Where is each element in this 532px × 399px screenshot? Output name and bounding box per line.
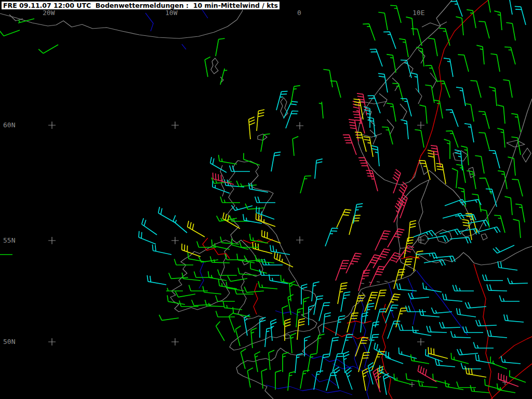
river-layer-path — [417, 271, 468, 335]
coastline-layer-path — [258, 134, 267, 140]
wind-barb — [406, 373, 424, 382]
wind-barb — [358, 157, 372, 178]
wind-barb — [382, 127, 393, 144]
wind-barb — [188, 221, 205, 237]
wind-barb — [497, 128, 505, 148]
wind-barb — [370, 49, 382, 67]
coastline-layer-path — [422, 22, 447, 27]
wind-barb — [158, 207, 175, 222]
wind-barb — [446, 110, 458, 127]
wind-barb — [255, 197, 275, 203]
wind-barb — [283, 352, 288, 372]
wind-barb — [297, 318, 305, 340]
wind-barb — [309, 305, 314, 325]
wind-barb — [512, 179, 523, 196]
wind-barb — [450, 237, 471, 244]
coastline-layer-path — [481, 234, 487, 240]
graticule-cross — [48, 122, 56, 129]
lat-label: 50N — [3, 338, 15, 345]
wind-barb — [241, 349, 246, 369]
wind-barb — [464, 104, 474, 122]
wind-barb — [457, 349, 478, 355]
river-layer-path — [199, 262, 204, 288]
wind-barb — [503, 0, 512, 15]
wind-barb — [504, 314, 524, 322]
wind-barb — [370, 267, 385, 286]
wind-barb — [236, 181, 257, 187]
wind-barb — [415, 130, 424, 148]
wind-barb — [366, 170, 378, 191]
wind-barb — [290, 333, 296, 353]
wind-barb — [497, 105, 505, 124]
wind-barb — [416, 47, 424, 66]
wind-barb — [428, 38, 437, 57]
wind-barb — [216, 38, 225, 56]
wind-barb — [470, 81, 481, 98]
wind-barb — [399, 39, 408, 57]
wind-barb — [271, 152, 281, 171]
wind-barb — [194, 272, 214, 277]
wind-barb — [250, 263, 267, 274]
wind-barb — [394, 374, 411, 384]
wind-barb — [504, 47, 515, 64]
wind-barb — [489, 151, 500, 169]
graticule-cross — [296, 236, 303, 244]
wind-barb — [363, 24, 375, 41]
wind-barb — [490, 54, 500, 72]
wind-barb — [468, 220, 489, 227]
wind-barb — [463, 327, 483, 332]
border-layer-path — [474, 264, 493, 399]
lon-label: 20W — [43, 9, 55, 17]
wind-barb — [260, 317, 265, 338]
wind-barb — [445, 380, 463, 390]
wind-barb — [473, 342, 494, 348]
wind-barb — [203, 286, 221, 294]
wind-barb — [434, 256, 455, 262]
wind-barb — [334, 367, 340, 389]
wind-barb — [238, 268, 257, 275]
wind-barb — [457, 308, 476, 317]
wind-barb — [176, 291, 196, 297]
wind-barb — [401, 119, 408, 139]
wind-barb — [515, 204, 525, 222]
wind-barb — [478, 21, 489, 38]
wind-barb — [292, 137, 298, 156]
coastline-layer-path — [211, 58, 218, 74]
wind-barb — [325, 228, 338, 246]
river-layer-path — [266, 385, 352, 395]
wind-barb — [346, 253, 362, 273]
wind-barb — [300, 370, 310, 389]
wind-barb — [508, 278, 528, 284]
wind-barb — [478, 111, 489, 129]
wind-barb — [504, 196, 512, 215]
wind-barb — [188, 252, 206, 262]
wind-barb — [173, 215, 187, 233]
wind-barb — [343, 135, 356, 155]
wind-barb — [394, 269, 405, 289]
wind-barb — [483, 275, 503, 281]
wind-barb — [433, 374, 450, 384]
title-bar: FRE 09.11.07 12:00 UTC Bodenwettermeldun… — [1, 1, 280, 10]
wind-barb — [457, 382, 476, 388]
wind-barb — [252, 242, 272, 254]
river-layer-path — [275, 311, 299, 315]
wind-barb — [295, 353, 303, 373]
graticule-cross — [48, 338, 56, 345]
wind-barb — [446, 131, 458, 148]
border-layer-path — [347, 321, 371, 323]
wind-barb — [419, 105, 427, 124]
wind-barb — [323, 70, 332, 88]
graticule-cross — [296, 122, 303, 129]
wind-barb — [378, 366, 384, 389]
wind-barb — [453, 285, 474, 291]
wind-barb — [378, 12, 388, 31]
lon-label: 0 — [297, 9, 301, 17]
wind-barb — [470, 385, 489, 393]
wind-barb — [416, 253, 437, 259]
wind-barb — [465, 302, 486, 309]
wind-barb — [152, 245, 171, 255]
coastline-layer-path — [384, 281, 388, 282]
wind-barb — [414, 230, 435, 237]
wind-barb — [312, 282, 320, 301]
wind-barb — [503, 80, 512, 98]
